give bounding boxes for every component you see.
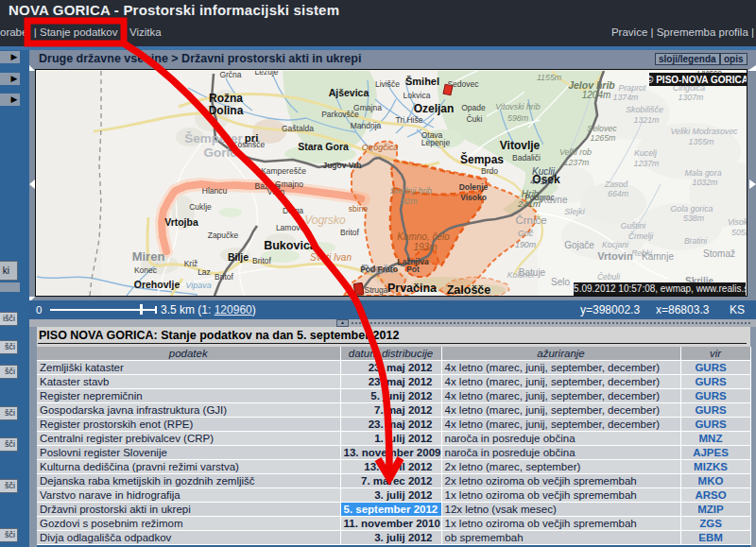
svg-text:598m: 598m — [507, 113, 528, 123]
svg-text:Gmajno: Gmajno — [275, 179, 303, 189]
svg-text:Bukovica: Bukovica — [264, 239, 318, 252]
svg-text:Mandrija: Mandrija — [351, 121, 382, 130]
svg-text:Livišče: Livišče — [375, 79, 400, 89]
svg-text:Kucelj: Kucelj — [634, 148, 658, 158]
svg-text:Cuklje: Cuklje — [189, 202, 212, 212]
svg-text:Gaštalda: Gaštalda — [282, 124, 314, 133]
svg-text:Lepenje: Lepenje — [421, 138, 451, 147]
svg-text:92m: 92m — [401, 197, 417, 206]
svg-text:505m: 505m — [731, 228, 747, 237]
svg-text:Miren: Miren — [132, 249, 165, 264]
svg-text:1355m: 1355m — [689, 137, 714, 146]
svg-text:Črmelji: Črmelji — [628, 231, 655, 241]
svg-text:Gojače: Gojače — [564, 240, 594, 250]
svg-text:Čebuli: Čebuli — [597, 272, 621, 282]
svg-text:Tri Hiše: Tri Hiše — [396, 115, 423, 125]
svg-text:Kolonel: Kolonel — [507, 270, 535, 280]
svg-text:Velki rob: Velki rob — [559, 147, 592, 157]
svg-text:Rožna: Rožna — [209, 92, 243, 105]
svg-text:Mala gora: Mala gora — [684, 168, 721, 178]
svg-text:Pod Frato: Pod Frato — [360, 265, 398, 274]
svg-text:Kamno, čelo: Kamno, čelo — [397, 231, 450, 242]
svg-text:Grič: Grič — [518, 229, 534, 238]
svg-text:1155m: 1155m — [537, 73, 561, 82]
svg-text:pri: pri — [245, 132, 259, 144]
svg-text:538m: 538m — [683, 214, 704, 223]
svg-text:Dolga: Dolga — [283, 206, 303, 215]
svg-text:Lokvica: Lokvica — [404, 91, 431, 100]
svg-text:1237m: 1237m — [634, 159, 660, 168]
svg-text:241m: 241m — [517, 198, 541, 209]
svg-text:Selo: Selo — [551, 277, 570, 287]
svg-text:Gola gorica: Gola gorica — [671, 204, 713, 214]
svg-text:Sveti Ivan: Sveti Ivan — [310, 252, 352, 263]
svg-text:Šempeter: Šempeter — [184, 131, 243, 145]
svg-text:1374m: 1374m — [613, 93, 639, 102]
svg-text:Čuki: Čuki — [466, 114, 482, 124]
svg-text:Opade: Opade — [461, 103, 486, 112]
svg-text:Vitovlje: Vitovlje — [500, 139, 541, 152]
svg-text:1032m: 1032m — [693, 178, 718, 187]
svg-text:05.09.2012 10:57:08, ewmap, ww: 05.09.2012 10:57:08, ewmap, www.realis.s… — [569, 283, 747, 294]
svg-text:1204m: 1204m — [582, 90, 611, 100]
svg-text:Britof: Britof — [252, 256, 271, 265]
svg-text:Pot: Pot — [406, 265, 420, 274]
svg-text:Križ: Križ — [184, 259, 198, 268]
svg-text:Lamovo: Lamovo — [276, 223, 305, 232]
svg-text:Bilje: Bilje — [228, 251, 249, 263]
svg-text:Stomaž: Stomaž — [703, 248, 735, 259]
svg-text:Parkovšče: Parkovšče — [321, 110, 359, 119]
svg-text:Veliki Modrasovec: Veliki Modrasovec — [670, 127, 738, 136]
svg-text:sbine: sbine — [349, 204, 369, 214]
svg-text:Zalošče: Zalošče — [447, 283, 491, 296]
svg-text:Šmihel: Šmihel — [405, 76, 439, 87]
svg-text:Črniče: Črniče — [515, 214, 546, 226]
svg-text:Prvačina: Prvačina — [387, 282, 438, 295]
svg-text:Dolina: Dolina — [209, 104, 244, 117]
svg-text:Kocjani: Kocjani — [602, 240, 629, 249]
svg-text:Britof: Britof — [340, 228, 359, 237]
svg-text:Selovec: Selovec — [587, 124, 617, 133]
svg-text:Britof: Britof — [215, 272, 233, 282]
svg-text:Skobilišče: Skobilišče — [626, 105, 663, 114]
svg-text:Ozeljan: Ozeljan — [414, 102, 455, 115]
svg-text:Stara Gora: Stara Gora — [298, 141, 349, 152]
svg-text:Šempas: Šempas — [460, 152, 504, 166]
svg-text:Otrogčica: Otrogčica — [362, 143, 399, 152]
svg-text:Visoko: Visoko — [460, 193, 487, 202]
svg-text:1321m: 1321m — [634, 115, 660, 125]
svg-text:Hlancu: Hlancu — [202, 186, 228, 196]
svg-text:Badaliči: Badaliči — [512, 153, 541, 162]
svg-text:Grčna: Grčna — [219, 71, 241, 79]
svg-text:Srednji hrib: Srednji hrib — [390, 186, 433, 196]
svg-text:Guštini: Guštini — [621, 221, 647, 231]
svg-text:Praprot: Praprot — [619, 83, 646, 93]
svg-text:Orehovlje: Orehovlje — [134, 279, 180, 290]
svg-text:Kamnje: Kamnje — [642, 251, 674, 262]
svg-text:664m: 664m — [608, 189, 628, 198]
svg-text:1307m: 1307m — [679, 93, 704, 102]
svg-text:Ravne: Ravne — [541, 195, 568, 205]
svg-text:Konec: Konec — [134, 265, 158, 275]
svg-text:Slejki: Slejki — [564, 207, 586, 216]
svg-text:Zapučke: Zapučke — [208, 231, 239, 240]
svg-text:Vipava: Vipava — [185, 281, 211, 290]
svg-text:Kamperešče: Kamperešče — [261, 166, 306, 176]
svg-text:Ajševica: Ajševica — [329, 87, 369, 98]
svg-text:Gorici: Gorici — [203, 145, 240, 160]
svg-text:Brdo: Brdo — [481, 166, 498, 176]
svg-text:Vrtovin: Vrtovin — [597, 250, 633, 262]
svg-text:471m: 471m — [530, 176, 553, 186]
svg-text:193m: 193m — [413, 242, 437, 252]
svg-text:Bratini: Bratini — [684, 236, 708, 246]
svg-text:Zasod: Zasod — [604, 179, 629, 189]
svg-text:Vrtojba: Vrtojba — [164, 216, 198, 228]
svg-text:1265m: 1265m — [591, 133, 616, 143]
svg-text:Struga: Struga — [364, 285, 387, 295]
svg-text:1237m: 1237m — [564, 158, 590, 167]
svg-text:Vogrsko: Vogrsko — [304, 214, 346, 227]
svg-text:Dolenje: Dolenje — [459, 182, 489, 192]
svg-text:Vitovski hrib: Vitovski hrib — [495, 102, 540, 111]
svg-text:Ležuje: Ležuje — [254, 71, 278, 77]
svg-text:© PISO-NOVA GORICA: © PISO-NOVA GORICA — [646, 75, 747, 85]
